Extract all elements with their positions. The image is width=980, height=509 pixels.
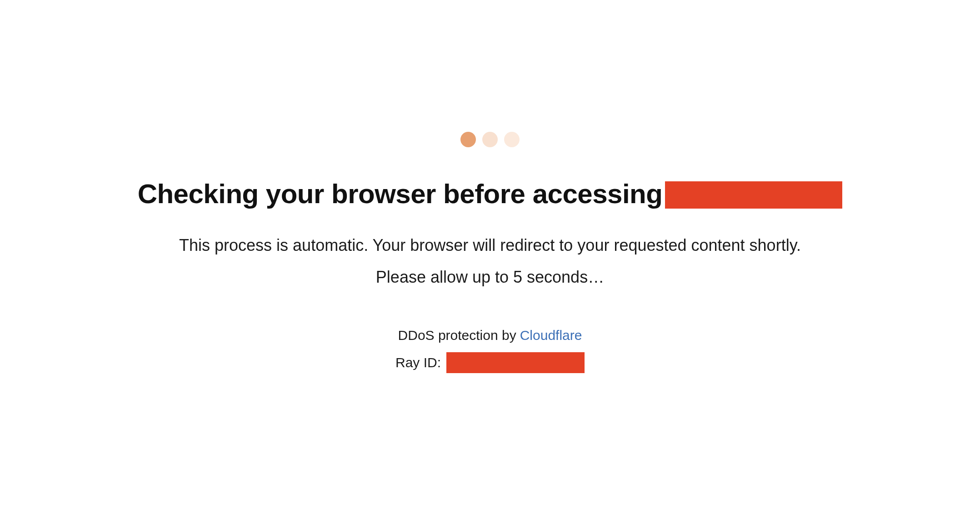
protection-attribution: DDoS protection by Cloudflare — [398, 328, 582, 343]
ray-id-label: Ray ID: — [395, 355, 441, 370]
cloudflare-link[interactable]: Cloudflare — [520, 328, 582, 343]
page-title: Checking your browser before accessing — [138, 178, 663, 210]
ray-id-row: Ray ID: — [395, 352, 585, 373]
description-text: This process is automatic. Your browser … — [179, 236, 801, 255]
wait-text: Please allow up to 5 seconds… — [376, 268, 604, 287]
loading-dot-icon — [482, 132, 498, 147]
loading-dot-icon — [460, 132, 476, 147]
interstitial-container: Checking your browser before accessing T… — [0, 0, 980, 373]
loading-indicator — [460, 132, 520, 147]
loading-dot-icon — [504, 132, 520, 147]
redacted-ray-id — [446, 352, 585, 373]
redacted-domain — [665, 181, 842, 209]
protection-prefix: DDoS protection by — [398, 328, 516, 343]
heading-row: Checking your browser before accessing — [138, 178, 843, 210]
